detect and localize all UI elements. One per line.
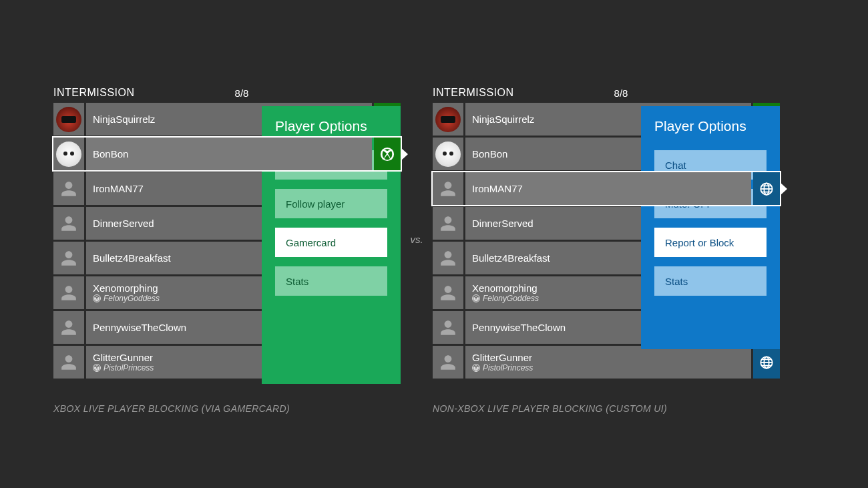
avatar-cell — [433, 103, 463, 136]
player-name: IronMAN77 — [472, 183, 744, 194]
option-list: ChatFollow playerGamercardStats — [275, 150, 387, 296]
person-icon — [439, 354, 457, 371]
option-button[interactable]: Report or Block — [654, 228, 767, 257]
header-title: INTERMISSION — [53, 87, 228, 99]
roster-header: INTERMISSION 8/8 — [53, 87, 401, 103]
option-button[interactable]: Stats — [654, 266, 767, 296]
avatar-cell — [53, 172, 84, 205]
vs-label: vs. — [401, 87, 433, 245]
option-button[interactable]: Follow player — [275, 189, 387, 218]
network-badge-globe — [753, 346, 780, 379]
avatar-cell — [53, 207, 84, 240]
person-icon — [439, 284, 457, 302]
avatar — [56, 142, 81, 167]
person-icon — [60, 180, 77, 198]
xbox-icon — [380, 147, 395, 162]
option-button[interactable]: Gamercard — [275, 228, 387, 257]
player-name-cell: BonBon — [86, 138, 372, 170]
panel-non-xbox: INTERMISSION 8/8 NinjaSquirrelzBonBonIro… — [433, 87, 780, 379]
avatar-cell — [433, 207, 463, 240]
avatar-cell — [433, 138, 463, 170]
option-button[interactable]: Stats — [275, 266, 387, 296]
header-title: INTERMISSION — [433, 87, 608, 99]
avatar-cell — [433, 346, 463, 379]
network-badge-xbox — [374, 138, 401, 170]
person-icon — [439, 180, 457, 198]
header-count: 8/8 — [608, 87, 634, 99]
xbox-icon — [93, 294, 101, 302]
person-icon — [60, 215, 77, 232]
person-icon — [60, 354, 77, 371]
avatar-cell — [53, 103, 84, 136]
xbox-icon — [472, 364, 480, 372]
selection-pointer-icon — [780, 182, 787, 196]
xbox-icon — [472, 294, 480, 302]
avatar — [435, 107, 461, 132]
flyout-title: Player Options — [654, 118, 767, 134]
panel-caption: NON-XBOX LIVE PLAYER BLOCKING (CUSTOM UI… — [433, 403, 667, 414]
player-row[interactable]: BonBon — [53, 138, 401, 170]
avatar-cell — [53, 276, 84, 309]
player-subtitle: PistolPrincess — [472, 363, 744, 373]
person-icon — [60, 284, 77, 302]
person-icon — [60, 319, 77, 336]
player-name: BonBon — [93, 148, 365, 160]
avatar-cell — [433, 311, 463, 344]
player-row[interactable]: IronMAN77 — [433, 172, 780, 205]
avatar-cell — [433, 242, 463, 274]
person-icon — [439, 319, 457, 336]
avatar — [56, 107, 81, 132]
globe-icon — [759, 182, 774, 196]
avatar-cell — [53, 346, 84, 379]
xbox-icon — [93, 364, 101, 372]
network-badge-globe — [753, 172, 780, 205]
avatar-cell — [433, 276, 463, 309]
player-row[interactable]: GlitterGunnerPistolPrincess — [433, 346, 780, 379]
player-name: GlitterGunner — [472, 352, 744, 363]
avatar — [435, 142, 461, 167]
roster-header: INTERMISSION 8/8 — [433, 87, 780, 103]
avatar-cell — [433, 172, 463, 205]
player-name-cell: GlitterGunnerPistolPrincess — [465, 346, 751, 379]
avatar-cell — [53, 138, 84, 170]
player-name-cell: IronMAN77 — [465, 172, 751, 205]
header-count: 8/8 — [228, 87, 255, 99]
globe-icon — [759, 355, 774, 370]
selection-pointer-icon — [401, 148, 408, 161]
player-options-flyout: Player Options ChatMute: OFFReport or Bl… — [641, 106, 780, 349]
person-icon — [60, 250, 77, 267]
avatar-cell — [53, 311, 84, 344]
avatar-cell — [53, 242, 84, 274]
person-icon — [439, 250, 457, 267]
panel-caption: XBOX LIVE PLAYER BLOCKING (VIA GAMERCARD… — [53, 403, 290, 414]
flyout-title: Player Options — [275, 118, 387, 134]
person-icon — [439, 215, 457, 232]
panel-xbox-live: INTERMISSION 8/8 NinjaSquirrelzBonBonIro… — [53, 87, 401, 379]
